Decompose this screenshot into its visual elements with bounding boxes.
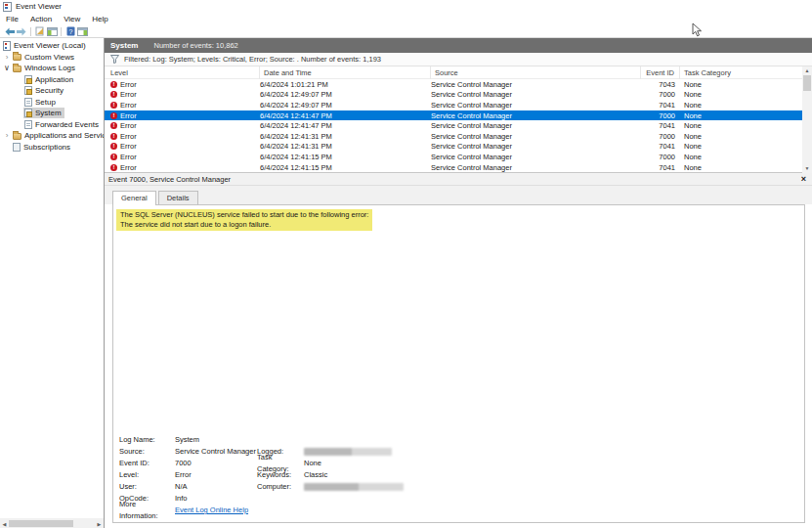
tree-horizontal-scrollbar[interactable]: ◀ ▶ [0,518,104,528]
expander-icon[interactable]: ∨ [2,64,12,72]
detail-tabs: GeneralDetails [105,186,812,204]
tree-item-label: Custom Views [24,53,74,62]
tree-item-windows-logs[interactable]: ∨Windows Logs [0,63,104,74]
tab-general[interactable]: General [112,191,156,205]
table-row[interactable]: !Error6/4/2024 1:01:21 PMService Control… [105,79,802,90]
tree-item-body: Application [23,74,76,85]
scroll-up-arrow-icon[interactable]: ▲ [805,66,810,75]
log-marked-icon [24,109,32,117]
tree-item-body: Setup [23,97,59,108]
horizontal-scroll-thumb[interactable] [9,520,73,527]
toolbar-separator [30,27,31,36]
help-button[interactable]: ? [64,26,76,37]
detail-label: Source: [119,446,175,458]
detail-label: Event ID: [119,458,175,469]
tree-item-system[interactable]: System [0,108,104,119]
tree-item-forwarded-events[interactable]: Forwarded Events [0,119,104,131]
detail-row: Source:Service Control Manager [119,446,256,458]
task-category-cell: None [680,153,802,161]
expander-icon[interactable]: › [2,131,12,140]
event-id-cell: 7000 [641,90,680,99]
table-row[interactable]: !Error6/4/2024 12:41:31 PMService Contro… [105,131,802,142]
detail-row: Computer: [257,481,404,493]
column-header-level[interactable]: Level [105,66,260,79]
datetime-cell: 6/4/2024 12:41:15 PM [260,153,431,161]
column-header-event-id[interactable]: Event ID [641,66,680,79]
detail-value: Classic [304,469,327,481]
event-table: LevelDate and TimeSourceEvent IDTask Cat… [105,66,812,173]
column-header-task-category[interactable]: Task Category [680,66,802,79]
column-header-date-and-time[interactable]: Date and Time [260,66,431,79]
forward-button[interactable] [16,26,27,37]
source-cell: Service Control Manager [431,153,641,161]
detail-value: N/A [175,481,188,493]
level-cell: !Error [105,111,260,120]
tree-item-application[interactable]: Application [0,74,104,86]
table-row[interactable]: !Error6/4/2024 12:41:47 PMService Contro… [105,120,802,131]
detail-row: Level:Error [119,469,256,481]
tree-item-setup[interactable]: Setup [0,97,104,109]
detail-row: User:N/A [119,481,256,493]
datetime-cell: 6/4/2024 12:41:31 PM [260,142,431,151]
tree-item-label: Windows Logs [24,64,75,72]
detail-row: Event ID:7000 [119,458,256,469]
menu-help[interactable]: Help [86,14,113,24]
scroll-right-arrow-icon[interactable]: ▶ [95,521,104,527]
table-row[interactable]: !Error6/4/2024 12:41:31 PMService Contro… [105,142,802,153]
detail-label: User: [119,481,175,493]
event-count: Number of events: 10,862 [153,41,237,50]
detail-row: More Information:Event Log Online Help [119,505,256,516]
tree-item-subscriptions[interactable]: Subscriptions [0,142,104,154]
table-row[interactable]: !Error6/4/2024 12:49:07 PMService Contro… [105,90,802,101]
show-action-pane-button[interactable] [76,26,88,37]
scroll-down-arrow-icon[interactable]: ▼ [805,164,810,173]
event-id-cell: 7041 [641,163,680,172]
close-preview-button[interactable]: × [801,175,806,184]
tree-item-label: Forwarded Events [35,120,99,129]
source-cell: Service Control Manager [431,90,641,99]
detail-value: 7000 [175,458,192,469]
level-text: Error [120,121,137,130]
detail-value: Service Control Manager [175,446,256,458]
menu-view[interactable]: View [58,14,86,24]
console-tree: Event Viewer (Local)›Custom Views∨Window… [0,40,104,153]
tree-item-body: Forwarded Events [23,119,102,130]
table-row[interactable]: !Error6/4/2024 12:41:47 PMService Contro… [105,110,802,121]
table-row[interactable]: !Error6/4/2024 12:49:07 PMService Contro… [105,100,802,110]
menu-file[interactable]: File [0,14,24,24]
vertical-scroll-thumb[interactable] [803,75,811,91]
detail-row: Task Category:None [257,458,404,469]
scroll-left-arrow-icon[interactable]: ◀ [0,521,9,527]
event-id-cell: 7043 [641,80,680,89]
tab-details[interactable]: Details [158,191,198,204]
redacted-value [304,483,404,491]
column-header-source[interactable]: Source [431,66,641,79]
tree-item-label: Event Viewer (Local) [14,41,86,50]
task-category-cell: None [680,80,802,89]
action-pane-icon [77,27,88,36]
tree-item-body: Custom Views [12,52,77,63]
task-category-cell: None [680,163,802,172]
tree-item-security[interactable]: Security [0,85,104,97]
tree-item-custom-views[interactable]: ›Custom Views [0,52,104,64]
list-vertical-scrollbar[interactable]: ▲ ▼ [802,66,812,173]
detail-label: Keywords: [257,469,304,481]
tree-item-label: Setup [35,98,56,107]
datetime-cell: 6/4/2024 12:41:47 PM [260,111,431,120]
source-cell: Service Control Manager [431,111,641,120]
tree-item-label: Applications and Services Lo [24,131,105,140]
table-row[interactable]: !Error6/4/2024 12:41:15 PMService Contro… [105,152,802,162]
filter-bar: Filtered: Log: System; Levels: Critical,… [105,53,812,66]
event-log-online-help-link[interactable]: Event Log Online Help [175,505,248,516]
event-detail-title: Event 7000, Service Control Manager [108,175,231,184]
menu-action[interactable]: Action [24,14,58,24]
properties-button[interactable] [46,26,58,37]
tree-item-body: Applications and Services Lo [12,130,105,141]
show-console-tree-button[interactable] [34,26,46,37]
tree-item-event-viewer-local[interactable]: Event Viewer (Local) [0,40,104,52]
table-row[interactable]: !Error6/4/2024 12:41:15 PMService Contro… [105,162,802,173]
tree-item-applications-and-services-lo[interactable]: ›Applications and Services Lo [0,130,104,142]
back-button[interactable] [4,26,16,37]
expander-icon[interactable]: › [2,53,12,62]
detail-label: More Information: [119,499,175,522]
